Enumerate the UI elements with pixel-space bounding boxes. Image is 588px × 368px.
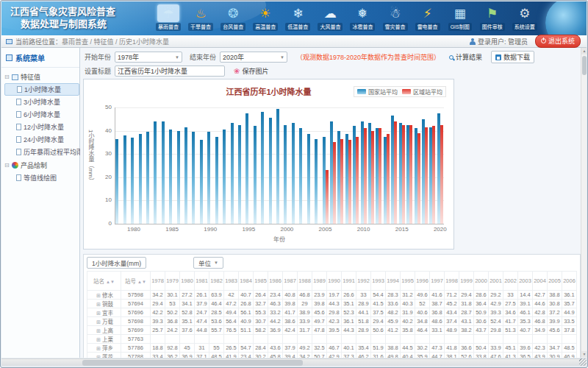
expander-icon[interactable]: ⊟ xyxy=(4,74,11,80)
save-disk-icon xyxy=(495,54,501,60)
vertical-scroll-thumb[interactable] xyxy=(582,56,587,75)
nav-item-high-temp[interactable]: ☀高温普查 xyxy=(249,4,282,35)
sidebar: 系统菜单 ⊟特征值1小时降水量3小时降水量6小时降水量12小时降水量24小时降水… xyxy=(1,48,80,358)
nav-item-low-temp[interactable]: ❄低温普查 xyxy=(282,4,314,35)
station-name-cell[interactable]: ⊞万载 xyxy=(87,317,121,326)
window-resize-grip[interactable] xyxy=(579,358,587,366)
nav-item-rainstorm[interactable]: ☔暴雨普查 xyxy=(152,4,184,35)
expander-icon[interactable]: ⊟ xyxy=(4,162,11,169)
expand-icon[interactable]: ⊞ xyxy=(96,319,101,325)
nav-item-zoning-map[interactable]: ▦GIS制图 xyxy=(444,4,476,35)
scroll-up-arrow[interactable]: ▲ xyxy=(581,48,587,54)
download-button[interactable]: 数据下载 xyxy=(491,51,534,63)
column-header-year: 1994 xyxy=(386,272,401,291)
document-icon xyxy=(16,136,21,143)
horizontal-scrollbar[interactable] xyxy=(1,358,587,366)
horizontal-scroll-thumb[interactable] xyxy=(82,360,303,366)
nav-item-map-review[interactable]: ⚑图件审核 xyxy=(476,4,509,35)
value-cell: 44.3 xyxy=(342,326,356,335)
value-cell: 30.2 xyxy=(415,344,430,353)
table-row[interactable]: ⊞铜鼓5769429.45334.137.946.447.226.832.746… xyxy=(87,300,577,308)
tree-item-3小时降水量[interactable]: 3小时降水量 xyxy=(4,96,79,108)
station-name-cell[interactable]: ⊞宜丰 xyxy=(87,308,121,317)
station-name-cell[interactable]: ⊞莲花 xyxy=(87,353,121,358)
tree-item-6小时降水量[interactable]: 6小时降水量 xyxy=(4,108,79,121)
chart-title-input[interactable] xyxy=(115,66,225,77)
table-row[interactable]: ⊞莲花5778833.436.236.937.148.541.923.430.2… xyxy=(87,353,577,358)
nav-item-typhoon[interactable]: ❂台风普查 xyxy=(217,4,249,35)
search-icon xyxy=(449,55,453,60)
sort-arrows-icon[interactable]: ▲▼ xyxy=(137,280,146,284)
value-cell: 53 xyxy=(165,300,180,308)
data-table: 站名 ▲▼站号 ▲▼197819791980198119821983198419… xyxy=(87,271,577,358)
nav-item-settings[interactable]: ⚙系统设置 xyxy=(509,4,541,35)
expand-icon[interactable]: ⊞ xyxy=(96,293,101,298)
value-cell: 43.4 xyxy=(445,308,459,317)
nav-item-snow[interactable]: ☃雪灾普查 xyxy=(379,4,412,35)
value-cell: 50.2 xyxy=(165,308,180,317)
value-cell: 31.6 xyxy=(371,353,386,358)
tree-item-24小时降水量[interactable]: 24小时降水量 xyxy=(4,133,79,146)
value-cell: 56.4 xyxy=(224,317,239,326)
value-cell: 44.5 xyxy=(401,344,415,353)
value-cell: 31.9 xyxy=(401,308,415,317)
station-name-cell[interactable]: ⊞萍乡 xyxy=(87,344,121,353)
table-row[interactable]: ⊞上栗57763 xyxy=(87,335,577,344)
column-header-year: 1998 xyxy=(445,272,459,291)
expand-icon[interactable]: ⊞ xyxy=(96,337,101,342)
sort-arrows-icon[interactable]: ▲▼ xyxy=(106,280,115,284)
value-cell: 51.3 xyxy=(503,326,518,335)
table-row[interactable]: ⊞修水5759834.230.127.226.163.94240.726.423… xyxy=(87,291,577,300)
nav-item-gale[interactable]: ☁大风普查 xyxy=(314,4,346,35)
value-cell: 40.3 xyxy=(401,300,415,308)
nav-item-drought[interactable]: ♨干旱普查 xyxy=(184,4,217,35)
nav-item-lightning[interactable]: ⚡雷电普查 xyxy=(412,4,444,35)
value-type-button[interactable]: 1小时降水量(mm) xyxy=(87,257,146,269)
value-cell: 40.4 xyxy=(401,353,415,358)
station-name-cell[interactable]: ⊞修水 xyxy=(87,291,121,300)
expand-icon[interactable]: ⊞ xyxy=(96,328,101,333)
station-name-cell[interactable]: ⊞上高 xyxy=(87,326,121,335)
vertical-scrollbar[interactable]: ▲ ▼ xyxy=(581,48,587,358)
table-row[interactable]: ⊞宜丰5769642.250.252.824.728.549.456.155.3… xyxy=(87,308,577,317)
value-cell: 48.5 xyxy=(562,344,577,353)
table-row[interactable]: ⊞萍乡5778618.892.845315526.554.728.443.637… xyxy=(87,344,577,353)
column-header-station-name[interactable]: 站名 ▲▼ xyxy=(87,272,121,291)
calculate-button[interactable]: 计算结果 xyxy=(449,52,482,62)
column-header-station-id[interactable]: 站号 ▲▼ xyxy=(121,272,151,291)
expand-icon[interactable]: ⊞ xyxy=(96,302,101,307)
value-cell: 55.7 xyxy=(209,326,224,335)
station-name-cell[interactable]: ⊞上栗 xyxy=(87,335,121,344)
bar-national xyxy=(169,130,172,224)
tree-item-等值线绘图[interactable]: 等值线绘图 xyxy=(4,171,79,184)
save-image-button[interactable]: ❀ 保存图片 xyxy=(234,66,268,76)
scroll-down-arrow[interactable]: ▼ xyxy=(581,351,587,358)
value-cell: 44.2 xyxy=(268,317,283,326)
tree-node-产品绘制[interactable]: ⊟产品绘制 xyxy=(4,159,79,171)
value-cell: 42.7 xyxy=(533,291,548,300)
tree-item-1小时降水量[interactable]: 1小时降水量 xyxy=(4,83,79,96)
calculate-label: 计算结果 xyxy=(456,52,482,62)
expand-icon[interactable]: ⊞ xyxy=(96,355,101,358)
value-cell: 40.6 xyxy=(415,308,430,317)
logout-button[interactable]: 退出系统 xyxy=(535,35,581,48)
expand-icon[interactable]: ⊞ xyxy=(96,346,101,351)
table-row[interactable]: ⊞上高5769925.724.237.644.855.776.551.158.2… xyxy=(87,326,577,335)
tree-item-历年暴雨过程平均雨量[interactable]: 历年暴雨过程平均雨量 xyxy=(4,146,79,158)
nav-item-hail[interactable]: ❅冰雹普查 xyxy=(346,4,379,35)
end-year-select[interactable]: 2020年▼ xyxy=(220,52,287,63)
start-year-select[interactable]: 1978年▼ xyxy=(115,52,182,63)
end-year-label: 结束年份 xyxy=(190,52,216,62)
station-name-cell[interactable]: ⊞铜鼓 xyxy=(87,300,121,308)
table-row[interactable]: ⊞万载5769839.336.835.147.453.656.440.930.7… xyxy=(87,317,577,326)
value-cell: 39.3 xyxy=(151,317,165,326)
tree-node-特征值[interactable]: ⊟特征值 xyxy=(4,71,79,83)
unit-dropdown[interactable]: 单位 ▼ xyxy=(193,257,223,269)
bar-national xyxy=(245,113,248,224)
tree-item-label: 1小时降水量 xyxy=(24,85,61,94)
document-icon xyxy=(16,99,21,105)
expand-icon[interactable]: ⊞ xyxy=(96,311,101,316)
nav-item-label: 系统设置 xyxy=(512,23,537,31)
tree-item-12小时降水量[interactable]: 12小时降水量 xyxy=(4,121,79,133)
tree-node-label: 产品绘制 xyxy=(21,160,47,170)
